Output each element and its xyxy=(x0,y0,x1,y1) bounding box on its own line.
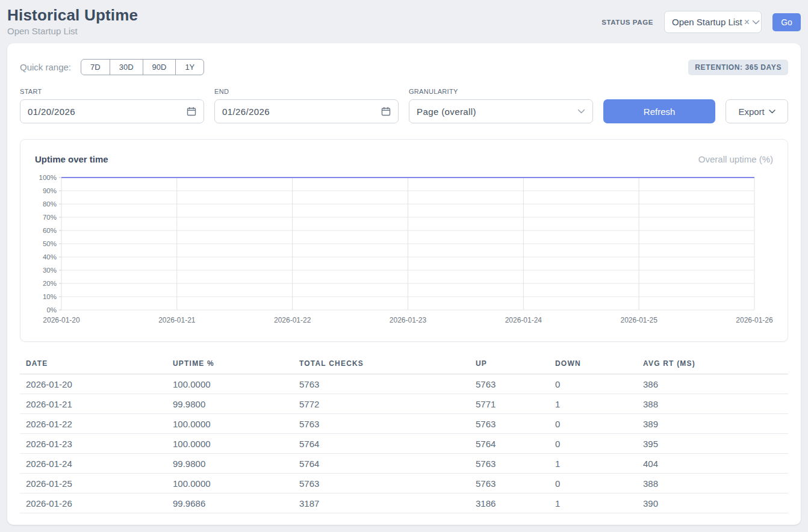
page-subtitle: Open Startup List xyxy=(7,26,138,36)
chevron-down-icon xyxy=(752,20,760,25)
chart-area: 100%90%80%70%60%50%40%30%20%10%0%2026-01… xyxy=(35,172,773,330)
table-cell: 0 xyxy=(549,474,637,493)
table-cell: 2026-01-21 xyxy=(20,394,167,414)
y-axis-tick-label: 50% xyxy=(43,240,57,247)
y-axis-tick-label: 60% xyxy=(43,227,57,234)
x-axis-tick-label: 2026-01-25 xyxy=(620,316,657,324)
table-cell: 2026-01-23 xyxy=(20,434,167,454)
quick-range-button-1y[interactable]: 1Y xyxy=(175,59,204,75)
table-cell: 404 xyxy=(637,454,788,474)
y-axis-tick-label: 30% xyxy=(43,267,57,274)
table-row: 2026-01-25100.0000576357630388 xyxy=(20,474,788,493)
chevron-down-icon xyxy=(577,109,585,114)
table-cell: 2026-01-26 xyxy=(20,493,167,513)
table-cell: 386 xyxy=(637,374,788,394)
x-axis-tick-label: 2026-01-20 xyxy=(43,316,80,324)
table-cell: 5763 xyxy=(293,474,470,493)
y-axis-tick-label: 10% xyxy=(43,293,57,300)
export-button[interactable]: Export xyxy=(726,99,788,123)
table-cell: 5763 xyxy=(293,374,470,394)
table-cell: 1 xyxy=(549,454,637,474)
table-row: 2026-01-23100.0000576457640395 xyxy=(20,434,788,454)
table-cell: 2026-01-24 xyxy=(20,454,167,474)
table-cell: 1 xyxy=(549,394,637,414)
header-right: STATUS PAGE Open Startup List × Go xyxy=(601,11,801,33)
uptime-table-body: 2026-01-20100.00005763576303862026-01-21… xyxy=(20,374,788,513)
table-cell: 100.0000 xyxy=(167,374,293,394)
start-field-label: START xyxy=(20,88,204,95)
refresh-button[interactable]: Refresh xyxy=(603,99,715,123)
start-date-value: 01/20/2026 xyxy=(28,107,75,117)
end-field: END 01/26/2026 xyxy=(214,88,399,123)
table-cell: 2026-01-22 xyxy=(20,414,167,434)
start-date-input[interactable]: 01/20/2026 xyxy=(20,99,204,123)
table-cell: 390 xyxy=(637,493,788,513)
table-cell: 388 xyxy=(637,474,788,493)
x-axis-tick-label: 2026-01-21 xyxy=(158,316,196,324)
controls-row: START 01/20/2026 END 01/26/2026 GRANULAR… xyxy=(20,88,788,123)
table-row: 2026-01-2199.9800577257711388 xyxy=(20,394,788,414)
uptime-table-head: DATEUPTIME %TOTAL CHECKSUPDOWNAVG RT (MS… xyxy=(20,356,788,374)
table-header-cell: TOTAL CHECKS xyxy=(293,356,470,374)
chart-title: Uptime over time xyxy=(35,154,108,164)
end-date-input[interactable]: 01/26/2026 xyxy=(214,99,399,123)
y-axis-tick-label: 100% xyxy=(39,174,57,181)
quick-range-button-7d[interactable]: 7D xyxy=(81,59,110,75)
quick-range-button-30d[interactable]: 30D xyxy=(110,59,143,75)
end-date-value: 01/26/2026 xyxy=(222,107,270,117)
x-axis-tick-label: 2026-01-26 xyxy=(736,316,773,324)
y-axis-tick-label: 70% xyxy=(43,214,57,221)
table-cell: 2026-01-25 xyxy=(20,474,167,493)
table-cell: 3186 xyxy=(470,493,549,513)
table-cell: 100.0000 xyxy=(167,414,293,434)
calendar-icon[interactable] xyxy=(381,107,391,116)
table-cell: 0 xyxy=(549,434,637,454)
table-header-cell: UPTIME % xyxy=(167,356,293,374)
status-page-label: STATUS PAGE xyxy=(601,19,653,26)
table-cell: 99.9686 xyxy=(167,493,293,513)
main-panel: Quick range: 7D30D90D1Y RETENTION: 365 D… xyxy=(7,43,801,525)
y-axis-tick-label: 90% xyxy=(43,187,57,194)
start-field: START 01/20/2026 xyxy=(20,88,204,123)
export-button-label: Export xyxy=(738,107,764,117)
table-row: 2026-01-2699.9686318731861390 xyxy=(20,493,788,513)
table-cell: 389 xyxy=(637,414,788,434)
granularity-select[interactable]: Page (overall) xyxy=(409,99,593,123)
x-axis-tick-label: 2026-01-24 xyxy=(505,316,542,324)
table-cell: 395 xyxy=(637,434,788,454)
table-row: 2026-01-2499.9800576457631404 xyxy=(20,454,788,474)
table-cell: 5763 xyxy=(470,454,549,474)
quick-range-label: Quick range: xyxy=(20,62,71,72)
table-row: 2026-01-20100.0000576357630386 xyxy=(20,374,788,394)
table-cell: 5763 xyxy=(470,474,549,493)
table-header-cell: UP xyxy=(470,356,549,374)
chart-card: Uptime over time Overall uptime (%) 100%… xyxy=(20,139,788,342)
table-cell: 5763 xyxy=(470,414,549,434)
table-cell: 0 xyxy=(549,374,637,394)
table-cell: 5763 xyxy=(470,374,549,394)
chevron-down-icon xyxy=(769,110,775,114)
y-axis-tick-label: 20% xyxy=(43,280,57,287)
table-cell: 5763 xyxy=(293,414,470,434)
uptime-line-chart: 100%90%80%70%60%50%40%30%20%10%0%2026-01… xyxy=(35,172,774,328)
table-cell: 2026-01-20 xyxy=(20,374,167,394)
table-row: 2026-01-22100.0000576357630389 xyxy=(20,414,788,434)
go-button[interactable]: Go xyxy=(772,13,801,31)
table-header-cell: AVG RT (MS) xyxy=(637,356,788,374)
granularity-label: GRANULARITY xyxy=(409,88,593,95)
table-cell: 99.9800 xyxy=(167,454,293,474)
table-cell: 1 xyxy=(549,493,637,513)
chart-legend: Overall uptime (%) xyxy=(698,154,773,164)
granularity-field: GRANULARITY Page (overall) xyxy=(409,88,593,123)
table-header-cell: DATE xyxy=(20,356,167,374)
quick-range-button-90d[interactable]: 90D xyxy=(143,59,176,75)
table-header-row: DATEUPTIME %TOTAL CHECKSUPDOWNAVG RT (MS… xyxy=(20,356,788,374)
status-page-selected-value: Open Startup List xyxy=(672,17,742,27)
calendar-icon[interactable] xyxy=(187,107,196,116)
status-page-select[interactable]: Open Startup List × xyxy=(664,11,762,33)
clear-icon[interactable]: × xyxy=(744,17,750,27)
title-block: Historical Uptime Open Startup List xyxy=(7,6,138,36)
table-cell: 5764 xyxy=(470,434,549,454)
table-cell: 388 xyxy=(637,394,788,414)
quick-range-group: 7D30D90D1Y xyxy=(81,59,204,75)
